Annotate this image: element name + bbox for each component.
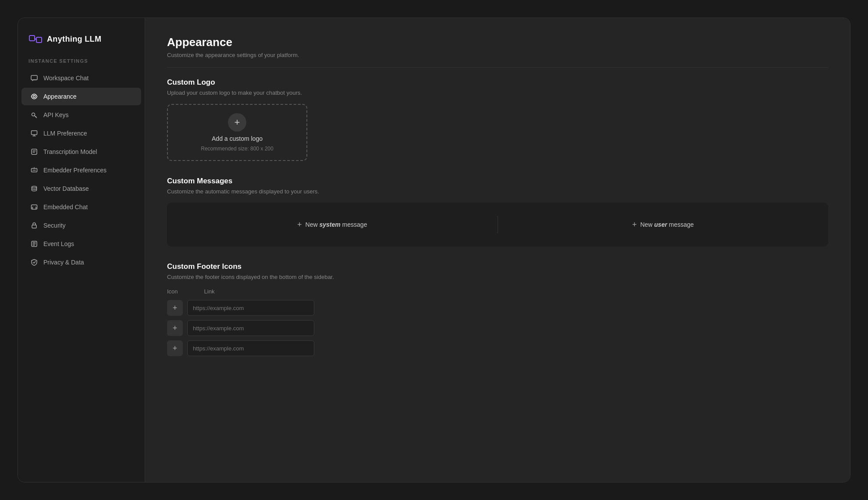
svg-rect-11 [32, 225, 36, 228]
svg-rect-7 [32, 149, 37, 154]
custom-messages-section: Custom Messages Customize the automatic … [167, 177, 828, 246]
add-logo-label: Add a custom logo [212, 135, 263, 142]
sidebar-item-embedded-chat[interactable]: Embedded Chat [21, 198, 141, 216]
footer-row-1: + [167, 300, 828, 316]
app-logo-icon [28, 32, 43, 46]
svg-point-9 [32, 186, 37, 188]
footer-icon-btn-2[interactable]: + [167, 320, 183, 336]
logs-icon [30, 240, 38, 248]
footer-col-icon-label: Icon [167, 288, 178, 295]
add-logo-hint: Recommended size: 800 x 200 [201, 146, 273, 152]
database-icon [30, 185, 38, 193]
sidebar-label-transcription-model: Transcription Model [43, 148, 97, 155]
svg-rect-1 [36, 37, 42, 43]
sidebar-label-vector-database: Vector Database [43, 185, 89, 192]
page-title: Appearance [167, 36, 828, 49]
lock-icon [30, 221, 38, 229]
privacy-icon [30, 258, 38, 266]
sidebar-label-appearance: Appearance [43, 93, 77, 100]
new-system-message-btn[interactable]: + New system message [167, 204, 498, 245]
page-header: Appearance Customize the appearance sett… [167, 36, 828, 68]
svg-rect-0 [29, 36, 35, 41]
new-user-message-btn[interactable]: + New user message [498, 204, 829, 245]
sidebar-label-privacy-data: Privacy & Data [43, 259, 84, 266]
footer-icon-btn-3[interactable]: + [167, 340, 183, 356]
sidebar: Anything LLM INSTANCE SETTINGS Workspace… [18, 18, 145, 482]
footer-icons-header: Icon Link [167, 288, 828, 295]
svg-rect-10 [32, 205, 37, 209]
sidebar-item-privacy-data[interactable]: Privacy & Data [21, 254, 141, 271]
sidebar-item-vector-database[interactable]: Vector Database [21, 180, 141, 197]
custom-logo-desc: Upload your custom logo to make your cha… [167, 89, 828, 96]
custom-logo-section: Custom Logo Upload your custom logo to m… [167, 78, 828, 161]
footer-row-2: + [167, 320, 828, 336]
footer-col-link-label: Link [204, 288, 215, 295]
sidebar-item-event-logs[interactable]: Event Logs [21, 235, 141, 253]
custom-messages-title: Custom Messages [167, 177, 828, 186]
footer-url-input-1[interactable] [187, 300, 314, 316]
sidebar-item-workspace-chat[interactable]: Workspace Chat [21, 69, 141, 87]
sidebar-label-llm-preference: LLM Preference [43, 130, 87, 137]
key-icon [30, 111, 38, 119]
sidebar-item-api-keys[interactable]: API Keys [21, 106, 141, 124]
custom-messages-desc: Customize the automatic messages display… [167, 188, 828, 195]
app-name: Anything LLM [47, 35, 101, 44]
svg-rect-3 [31, 75, 37, 80]
svg-rect-6 [32, 131, 37, 135]
custom-footer-desc: Customize the footer icons displayed on … [167, 274, 828, 280]
sidebar-item-security[interactable]: Security [21, 217, 141, 234]
footer-icon-btn-1[interactable]: + [167, 300, 183, 316]
page-subtitle: Customize the appearance settings of you… [167, 52, 828, 58]
sidebar-label-embedded-chat: Embedded Chat [43, 204, 88, 211]
logo-upload-area[interactable]: + Add a custom logo Recommended size: 80… [167, 104, 307, 161]
user-plus-icon: + [632, 220, 637, 229]
user-message-label: New user message [640, 221, 694, 228]
custom-footer-section: Custom Footer Icons Customize the footer… [167, 262, 828, 356]
embedder-icon [30, 166, 38, 174]
instance-settings-label: INSTANCE SETTINGS [18, 58, 145, 69]
sidebar-logo: Anything LLM [18, 32, 145, 58]
eye-icon [30, 93, 38, 100]
app-window: Anything LLM INSTANCE SETTINGS Workspace… [18, 18, 850, 482]
footer-url-input-3[interactable] [187, 340, 314, 356]
monitor-icon [30, 129, 38, 137]
main-content: Appearance Customize the appearance sett… [145, 18, 850, 482]
add-logo-plus-icon: + [228, 113, 246, 132]
sidebar-item-appearance[interactable]: Appearance [21, 88, 141, 105]
embed-icon [30, 203, 38, 211]
custom-logo-title: Custom Logo [167, 78, 828, 87]
custom-footer-title: Custom Footer Icons [167, 262, 828, 271]
sidebar-label-security: Security [43, 222, 66, 229]
sidebar-label-event-logs: Event Logs [43, 240, 74, 247]
messages-panel: + New system message + New user message [167, 203, 828, 246]
sidebar-label-workspace-chat: Workspace Chat [43, 75, 89, 82]
footer-url-input-2[interactable] [187, 320, 314, 336]
transcription-icon [30, 148, 38, 156]
chat-icon [30, 74, 38, 82]
sidebar-item-transcription-model[interactable]: Transcription Model [21, 143, 141, 161]
svg-point-4 [33, 96, 36, 98]
sidebar-item-embedder-preferences[interactable]: Embedder Preferences [21, 161, 141, 179]
footer-row-3: + [167, 340, 828, 356]
sidebar-label-embedder-preferences: Embedder Preferences [43, 167, 107, 174]
system-plus-icon: + [297, 220, 302, 229]
sidebar-item-llm-preference[interactable]: LLM Preference [21, 125, 141, 142]
system-message-label: New system message [306, 221, 367, 228]
sidebar-label-api-keys: API Keys [43, 111, 69, 118]
